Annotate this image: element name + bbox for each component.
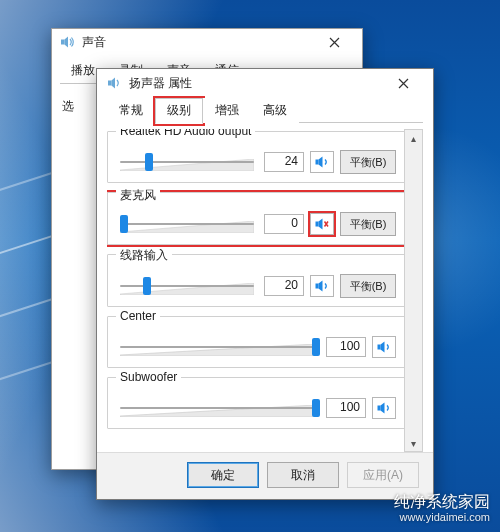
- svg-rect-0: [61, 40, 65, 45]
- volume-slider[interactable]: [116, 212, 258, 236]
- levels-page: Realtek HD Audio output 24 平衡(B)麦克风 0 平衡…: [107, 129, 423, 452]
- slider-row: 100: [116, 396, 396, 420]
- tab-levels[interactable]: 级别: [155, 98, 203, 124]
- svg-marker-12: [319, 281, 323, 292]
- watermark: 纯净系统家园 www.yidaimei.com: [394, 492, 490, 524]
- close-button[interactable]: [383, 71, 423, 95]
- group-title: Realtek HD Audio output: [116, 129, 255, 138]
- svg-rect-11: [316, 284, 319, 289]
- tab-enhance[interactable]: 增强: [203, 98, 251, 123]
- slider-thumb[interactable]: [312, 338, 320, 356]
- slider-thumb[interactable]: [143, 277, 151, 295]
- slider-thumb[interactable]: [312, 399, 320, 417]
- group-output: Realtek HD Audio output 24 平衡(B): [107, 131, 405, 183]
- speaker-icon: [107, 75, 123, 91]
- svg-marker-1: [65, 37, 69, 48]
- speaker-icon[interactable]: [372, 397, 396, 419]
- svg-rect-14: [378, 345, 381, 350]
- svg-rect-5: [316, 160, 319, 165]
- speaker-icon[interactable]: [310, 151, 334, 173]
- sound-titlebar: 声音: [52, 29, 362, 55]
- close-button[interactable]: [314, 30, 354, 54]
- vertical-scrollbar[interactable]: ▴ ▾: [404, 129, 423, 452]
- slider-row: 100: [116, 335, 396, 359]
- slider-row: 24 平衡(B): [116, 150, 396, 174]
- volume-value[interactable]: 24: [264, 152, 304, 172]
- volume-value[interactable]: 0: [264, 214, 304, 234]
- speaker-properties-window: 扬声器 属性 常规 级别 增强 高级 Realtek HD Audio outp…: [96, 68, 434, 500]
- svg-marker-3: [112, 78, 116, 89]
- slider-row: 0 平衡(B): [116, 212, 396, 236]
- svg-marker-18: [381, 403, 385, 414]
- group-center: Center 100: [107, 316, 405, 368]
- balance-button[interactable]: 平衡(B): [340, 150, 396, 174]
- volume-value[interactable]: 100: [326, 337, 366, 357]
- group-title: Center: [116, 309, 160, 323]
- volume-slider[interactable]: [116, 150, 258, 174]
- watermark-sub: www.yidaimei.com: [394, 511, 490, 524]
- speaker-icon[interactable]: [372, 336, 396, 358]
- props-titlebar: 扬声器 属性: [97, 69, 433, 97]
- volume-slider[interactable]: [116, 396, 320, 420]
- button-bar: 确定 取消 应用(A): [97, 452, 433, 499]
- slider-row: 20 平衡(B): [116, 274, 396, 298]
- slider-thumb[interactable]: [120, 215, 128, 233]
- volume-value[interactable]: 100: [326, 398, 366, 418]
- cancel-button[interactable]: 取消: [267, 462, 339, 488]
- svg-rect-17: [378, 406, 381, 411]
- svg-rect-8: [316, 222, 319, 227]
- sound-content-label: 选: [62, 99, 74, 113]
- apply-button: 应用(A): [347, 462, 419, 488]
- volume-slider[interactable]: [116, 274, 258, 298]
- balance-button[interactable]: 平衡(B): [340, 212, 396, 236]
- svg-marker-6: [319, 157, 323, 168]
- tab-advanced[interactable]: 高级: [251, 98, 299, 123]
- scroll-track[interactable]: [405, 146, 422, 435]
- group-sub: Subwoofer 100: [107, 377, 405, 429]
- tab-general[interactable]: 常规: [107, 98, 155, 123]
- svg-rect-2: [108, 81, 112, 86]
- props-window-title: 扬声器 属性: [129, 75, 192, 92]
- group-title: 麦克风: [116, 187, 160, 204]
- balance-button[interactable]: 平衡(B): [340, 274, 396, 298]
- svg-marker-15: [381, 342, 385, 353]
- props-tabs: 常规 级别 增强 高级: [107, 99, 423, 123]
- scroll-up-icon[interactable]: ▴: [405, 130, 422, 146]
- mute-icon[interactable]: [310, 213, 334, 235]
- svg-marker-9: [319, 219, 323, 230]
- scroll-down-icon[interactable]: ▾: [405, 435, 422, 451]
- group-mic: 麦克风 0 平衡(B): [107, 192, 405, 245]
- slider-thumb[interactable]: [145, 153, 153, 171]
- group-title: 线路输入: [116, 247, 172, 264]
- speaker-icon[interactable]: [310, 275, 334, 297]
- group-title: Subwoofer: [116, 370, 181, 384]
- watermark-main: 纯净系统家园: [394, 493, 490, 510]
- volume-slider[interactable]: [116, 335, 320, 359]
- sound-window-title: 声音: [82, 34, 106, 51]
- volume-icon: [60, 34, 76, 50]
- ok-button[interactable]: 确定: [187, 462, 259, 488]
- volume-value[interactable]: 20: [264, 276, 304, 296]
- group-linein: 线路输入 20 平衡(B): [107, 254, 405, 307]
